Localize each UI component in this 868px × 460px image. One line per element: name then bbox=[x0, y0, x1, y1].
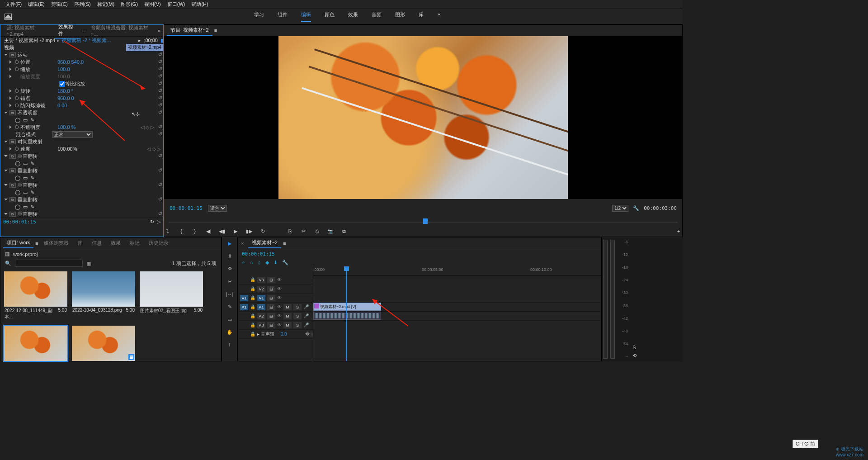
prop-value[interactable]: 960.0 0 bbox=[57, 95, 107, 101]
stopwatch-icon[interactable]: Ò bbox=[15, 95, 20, 101]
search-icon[interactable]: 🔍 bbox=[5, 261, 11, 266]
blend-mode-select[interactable]: 正常 bbox=[52, 131, 93, 138]
track-solo-btn[interactable]: S bbox=[293, 322, 302, 328]
track-source-btn[interactable]: V1 bbox=[240, 295, 248, 301]
timeline-playhead[interactable] bbox=[346, 266, 347, 361]
mask-ellipse-icon[interactable]: ◯ bbox=[15, 204, 20, 210]
slip-tool-icon[interactable]: |↔| bbox=[226, 291, 234, 299]
prop-value[interactable]: 100.00% bbox=[57, 146, 89, 152]
program-tab[interactable]: 节目: 视频素材~2 bbox=[167, 25, 212, 36]
lock-icon[interactable]: 🔒 bbox=[250, 295, 255, 300]
fx-badge[interactable]: fx bbox=[9, 52, 16, 57]
mask-pen-icon[interactable]: ✎ bbox=[30, 204, 34, 210]
ec-play-icon[interactable]: ▷ bbox=[157, 219, 160, 225]
program-resolution-select[interactable]: 1/2 bbox=[612, 205, 628, 212]
prop-value[interactable]: 0.00 bbox=[57, 103, 107, 108]
reset-icon[interactable]: ↺ bbox=[157, 73, 163, 80]
tri-opacity[interactable] bbox=[4, 112, 8, 115]
add-button-icon[interactable]: + bbox=[675, 228, 682, 234]
reset-icon[interactable]: ↺ bbox=[157, 211, 163, 217]
track-target-btn[interactable]: A2 bbox=[257, 313, 265, 319]
menu-window[interactable]: 窗口(W) bbox=[165, 0, 188, 9]
mask-rect-icon[interactable]: ▭ bbox=[23, 190, 28, 195]
thumbnail[interactable] bbox=[4, 326, 67, 361]
tri-icon[interactable] bbox=[4, 170, 8, 173]
track-toggle-btn[interactable]: ⊟ bbox=[267, 286, 275, 292]
mask-ellipse-icon[interactable]: ◯ bbox=[15, 117, 20, 123]
reset-icon[interactable]: ↺ bbox=[157, 167, 163, 174]
mask-ellipse-icon[interactable]: ◯ bbox=[15, 175, 20, 181]
ws-color[interactable]: 颜色 bbox=[325, 11, 335, 22]
stopwatch-icon[interactable]: Ò bbox=[15, 66, 20, 72]
reset-icon[interactable]: ↺ bbox=[157, 95, 163, 101]
mask-rect-icon[interactable]: ▭ bbox=[23, 161, 28, 166]
proj-menu-icon[interactable]: ≡ bbox=[35, 241, 38, 246]
type-tool-icon[interactable]: T bbox=[226, 342, 234, 350]
program-fit-select[interactable]: 适合 bbox=[208, 205, 227, 212]
reset-icon[interactable]: ↺ bbox=[157, 131, 163, 138]
ws-effects[interactable]: 效果 bbox=[348, 11, 358, 22]
keyframe-nav[interactable]: ◁ ◇ ▷ bbox=[147, 146, 160, 152]
goto-in-icon[interactable]: ◀| bbox=[205, 228, 212, 234]
tri-icon[interactable] bbox=[9, 125, 13, 129]
eye-icon[interactable]: 👁 bbox=[277, 322, 282, 327]
tri-icon[interactable] bbox=[9, 89, 13, 93]
mask-rect-icon[interactable]: ▭ bbox=[23, 117, 28, 123]
lock-icon[interactable]: 🔒 bbox=[250, 313, 255, 318]
mask-pen-icon[interactable]: ✎ bbox=[30, 117, 34, 123]
fx-badge[interactable]: fx bbox=[9, 212, 16, 217]
timeline-tracks[interactable]: ;00;0000:00:05:0000:00:10:00 视频素材~2.mp4 … bbox=[313, 266, 601, 361]
fx-badge[interactable]: fx bbox=[9, 168, 16, 173]
ws-library[interactable]: 库 bbox=[419, 11, 424, 22]
reset-icon[interactable]: ↺ bbox=[157, 81, 163, 87]
extract-icon[interactable]: ✂ bbox=[300, 228, 307, 234]
step-back-icon[interactable]: ◀▮ bbox=[218, 228, 226, 234]
ws-edit[interactable]: 编辑 bbox=[301, 11, 311, 22]
prop-value[interactable]: 100.0 bbox=[57, 74, 107, 79]
ws-more-icon[interactable]: » bbox=[437, 11, 440, 22]
menu-edit[interactable]: 编辑(E) bbox=[25, 0, 47, 9]
ripple-tool-icon[interactable]: ✥ bbox=[226, 266, 234, 274]
proj-tab-markers[interactable]: 标记 bbox=[126, 238, 143, 248]
menu-clip[interactable]: 剪辑(C) bbox=[48, 0, 71, 9]
wrench-icon[interactable]: 🔧 bbox=[282, 260, 288, 266]
link-icon[interactable]: ∩ bbox=[250, 260, 253, 266]
tri-icon[interactable] bbox=[4, 184, 8, 188]
ec-more-icon[interactable]: » bbox=[158, 28, 160, 33]
lock-icon[interactable]: 🔒 bbox=[250, 332, 255, 337]
video-clip[interactable]: 视频素材~2.mp4 [V] bbox=[313, 303, 381, 311]
bin-item[interactable]: ≣视频素材~23:00 bbox=[72, 326, 135, 362]
ec-tab-audiomixer[interactable]: 音频剪辑混合器: 视频素材~... bbox=[87, 23, 156, 38]
reset-icon[interactable]: ↺ bbox=[157, 52, 163, 58]
menu-file[interactable]: 文件(F) bbox=[3, 0, 24, 9]
ec-tab-source[interactable]: 源: 视频素材~2.mp4 bbox=[3, 23, 53, 38]
reset-icon[interactable]: ↺ bbox=[157, 124, 163, 130]
proj-tab-media[interactable]: 媒体浏览器 bbox=[40, 238, 72, 248]
uniform-scale-checkbox[interactable] bbox=[59, 81, 65, 87]
prop-value[interactable]: 180.0 ° bbox=[57, 88, 107, 94]
stopwatch-icon[interactable]: Ò bbox=[15, 59, 20, 65]
ws-assembly[interactable]: 组件 bbox=[278, 11, 288, 22]
prop-value[interactable]: 100.0 % bbox=[57, 124, 89, 130]
expand-icon[interactable]: �░ bbox=[305, 332, 313, 337]
marker-icon[interactable]: ◆ bbox=[265, 260, 269, 266]
goto-out-icon[interactable]: ↻ bbox=[259, 228, 266, 234]
track-toggle-btn[interactable]: ⊟ bbox=[267, 313, 275, 319]
tri-icon[interactable] bbox=[4, 213, 8, 217]
timeline-tab[interactable]: 视频素材~2 bbox=[248, 238, 281, 248]
settings-icon[interactable]: ⬇ bbox=[274, 260, 278, 266]
program-playhead[interactable] bbox=[423, 218, 428, 224]
track-target-btn[interactable]: A3 bbox=[257, 322, 265, 328]
track-toggle-btn[interactable]: ⊟ bbox=[267, 277, 275, 283]
ec-crumb-seq[interactable]: 视频素材~2 * 视频素... bbox=[61, 37, 111, 44]
eye-icon[interactable]: 👁 bbox=[277, 304, 282, 309]
program-timecode[interactable]: 00:00:01:15 bbox=[170, 205, 203, 211]
track-target-btn[interactable]: V1 bbox=[257, 295, 265, 301]
menu-mark[interactable]: 标记(M) bbox=[94, 0, 118, 9]
proj-tab-effects[interactable]: 效果 bbox=[107, 238, 124, 248]
fx-badge[interactable]: fx bbox=[9, 197, 16, 202]
mic-icon[interactable]: 🎤 bbox=[303, 322, 309, 327]
in-icon[interactable]: { bbox=[178, 228, 185, 234]
audio-clip[interactable] bbox=[313, 312, 381, 320]
menu-help[interactable]: 帮助(H) bbox=[189, 0, 211, 9]
